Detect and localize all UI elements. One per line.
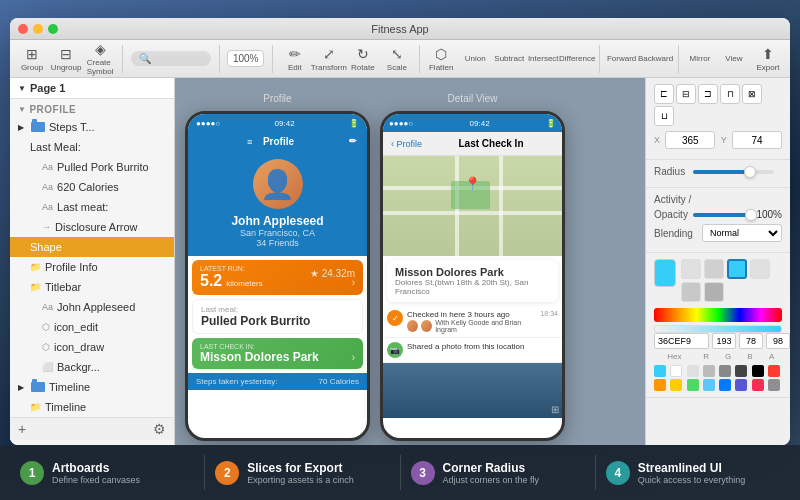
sidebar-item-disclosure[interactable]: → Disclosure Arrow [10,217,174,237]
sidebar-item-timeline-child[interactable]: 📁 Timeline [10,397,174,417]
swatch-gray-2[interactable] [704,259,724,279]
swatch-gray-4[interactable] [704,282,724,302]
r-input[interactable] [712,333,736,349]
close-button[interactable] [18,24,28,34]
x-input[interactable] [665,131,715,149]
color-opacity-bar[interactable] [654,325,782,333]
align-bottom-button[interactable]: ⊔ [654,106,674,126]
steps-expand-arrow: ▶ [18,123,24,132]
palette-swatch-3[interactable] [703,365,715,377]
palette-swatch-15[interactable] [768,379,780,391]
edit-button[interactable]: ✏ Edit [281,44,309,74]
palette-swatch-13[interactable] [735,379,747,391]
profile-name: John Appleseed [196,214,359,228]
align-left-button[interactable]: ⊏ [654,84,674,104]
create-symbol-button[interactable]: ◈ Create Symbol [86,39,114,78]
palette-swatch-0[interactable] [654,365,666,377]
palette-swatch-6[interactable] [752,365,764,377]
palette-swatch-9[interactable] [670,379,682,391]
scale-button[interactable]: ⤡ Scale [383,44,411,74]
sidebar-item-background[interactable]: ⬜ Backgr... [10,357,174,377]
difference-button[interactable]: Difference [563,52,591,65]
color-swatches-row [654,259,782,302]
checkin-text-2: Shared a photo from this location [407,342,558,351]
palette-swatch-5[interactable] [735,365,747,377]
opacity-slider-thumb[interactable] [745,209,757,221]
subtract-button[interactable]: Subtract [495,52,523,65]
radius-slider-thumb[interactable] [744,166,756,178]
item-icon: → [42,222,51,232]
mirror-button[interactable]: Mirror [686,52,714,65]
opacity-slider-track[interactable] [693,213,747,217]
sidebar-item-icon-edit[interactable]: ⬡ icon_edit [10,317,174,337]
swatch-gray-3[interactable] [681,282,701,302]
group-button[interactable]: ⊞ Group [18,44,46,74]
settings-button[interactable]: ⚙ [153,421,166,437]
star-icon: ★ 24.32m [310,268,355,279]
ungroup-button[interactable]: ⊟ Ungroup [52,44,80,74]
radius-slider-track[interactable] [693,170,774,174]
photo-more-icon: ⊞ [551,404,559,415]
a-channel-label: A [763,352,780,361]
swatch-white[interactable] [750,259,770,279]
sidebar-item-steps[interactable]: ▶ Steps T... [10,117,174,137]
feature-3-number: 3 [411,461,435,485]
palette-swatch-14[interactable] [752,379,764,391]
search-container[interactable]: 🔍 [131,51,211,66]
zoom-control[interactable]: 100% [227,50,265,67]
main-content: ▼ Page 1 ▼ Profile ▶ Steps T... Last Mea… [10,78,790,445]
palette-swatch-12[interactable] [719,379,731,391]
align-middle-button[interactable]: ⊠ [742,84,762,104]
color-spectrum-bar[interactable] [654,308,782,322]
align-center-button[interactable]: ⊟ [676,84,696,104]
canvas-area: Profile ●●●●○ 09:42 🔋 ≡ Profile ✏ 👤 [175,78,645,445]
sidebar-item-calories[interactable]: Aa 620 Calories [10,177,174,197]
export-button[interactable]: ⬆ Export [754,44,782,74]
rotate-button[interactable]: ↻ Rotate [349,44,377,74]
swatch-gray-1[interactable] [681,259,701,279]
page-selector[interactable]: ▼ Page 1 [10,78,174,99]
backward-button[interactable]: Backward [642,52,670,65]
sidebar-item-icon-draw[interactable]: ⬡ icon_draw [10,337,174,357]
intersect-button[interactable]: Intersect [529,52,557,65]
profile-expand-arrow[interactable]: ▼ [18,105,26,114]
palette-swatch-1[interactable] [670,365,682,377]
add-layer-button[interactable]: + [18,421,26,437]
folder-icon-timeline [31,382,45,392]
hex-input[interactable] [654,333,709,349]
palette-swatch-7[interactable] [768,365,780,377]
swatch-blue[interactable] [727,259,747,279]
sidebar-item-shape[interactable]: Shape [10,237,174,257]
forward-button[interactable]: Forward [608,52,636,65]
sidebar-item-timeline-parent[interactable]: ▶ Timeline [10,377,174,397]
palette-swatch-2[interactable] [687,365,699,377]
align-top-button[interactable]: ⊓ [720,84,740,104]
palette-swatch-4[interactable] [719,365,731,377]
palette-swatch-11[interactable] [703,379,715,391]
palette-swatch-8[interactable] [654,379,666,391]
view-button[interactable]: View [720,52,748,65]
sidebar-item-last-meal[interactable]: Last Meal: [10,137,174,157]
primary-color-swatch[interactable] [654,259,676,287]
bottom-bar: 1 Artboards Define fixed canvases 2 Slic… [0,445,800,500]
g-input[interactable] [739,333,763,349]
maximize-button[interactable] [48,24,58,34]
palette-swatch-10[interactable] [687,379,699,391]
search-input[interactable] [155,53,215,64]
profile-location: San Francisco, CA [196,228,359,238]
b-input[interactable] [766,333,790,349]
align-right-button[interactable]: ⊐ [698,84,718,104]
minimize-button[interactable] [33,24,43,34]
union-button[interactable]: Union [461,52,489,65]
sidebar-item-titlebar[interactable]: 📁 Titlebar [10,277,174,297]
phone2-time: 09:42 [470,119,490,128]
sidebar-item-burrito[interactable]: Aa Pulled Pork Burrito [10,157,174,177]
flatten-button[interactable]: ⬡ Flatten [427,44,455,74]
blending-select[interactable]: Normal [702,224,782,242]
transform-button[interactable]: ⤢ Transform [315,44,343,74]
sidebar-item-profile-info[interactable]: 📁 Profile Info [10,257,174,277]
back-button[interactable]: ‹ Profile [391,139,422,149]
sidebar-item-lastmeat[interactable]: Aa Last meat: [10,197,174,217]
sidebar-item-john[interactable]: Aa John Appleseed [10,297,174,317]
y-input[interactable] [732,131,782,149]
